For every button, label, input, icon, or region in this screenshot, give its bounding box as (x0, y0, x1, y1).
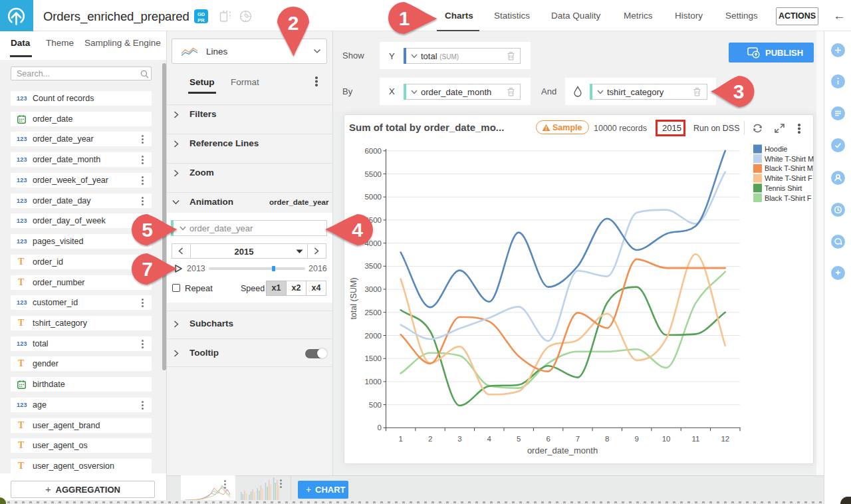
svg-text:Tennis Shirt: Tennis Shirt (765, 184, 802, 192)
svg-text:White T-Shirt M: White T-Shirt M (765, 155, 814, 163)
svg-text:2500: 2500 (364, 309, 382, 316)
svg-text:5: 5 (517, 435, 521, 443)
svg-text:White T-Shirt F: White T-Shirt F (765, 174, 812, 182)
svg-text:1000: 1000 (364, 378, 382, 386)
svg-text:Black T-Shirt F: Black T-Shirt F (765, 194, 812, 202)
svg-text:10: 10 (662, 435, 671, 443)
svg-text:order_date_month: order_date_month (527, 445, 598, 455)
svg-text:6: 6 (546, 435, 550, 443)
svg-text:7: 7 (576, 435, 580, 443)
svg-text:1: 1 (398, 435, 402, 443)
svg-text:0: 0 (378, 424, 382, 432)
svg-text:1: 1 (398, 7, 410, 29)
svg-text:4: 4 (487, 435, 492, 443)
svg-text:5000: 5000 (364, 193, 382, 201)
svg-text:6000: 6000 (364, 147, 382, 155)
svg-text:3000: 3000 (364, 285, 382, 293)
svg-text:2000: 2000 (364, 332, 382, 340)
svg-text:2: 2 (288, 11, 299, 33)
svg-text:11: 11 (691, 435, 699, 443)
svg-text:5500: 5500 (364, 170, 382, 178)
svg-text:9: 9 (634, 435, 638, 443)
svg-text:2: 2 (428, 435, 432, 443)
svg-text:3: 3 (733, 80, 745, 102)
svg-text:7: 7 (142, 258, 153, 280)
svg-text:total (SUM): total (SUM) (349, 277, 358, 319)
svg-text:12: 12 (721, 435, 729, 443)
svg-text:Hoodie: Hoodie (765, 145, 787, 153)
svg-text:500: 500 (369, 401, 382, 409)
svg-text:3: 3 (457, 435, 461, 443)
svg-text:5: 5 (142, 219, 153, 241)
svg-text:3500: 3500 (364, 262, 382, 270)
svg-text:Black T-Shirt M: Black T-Shirt M (765, 164, 813, 172)
svg-text:1500: 1500 (364, 354, 382, 362)
svg-text:4: 4 (352, 219, 363, 241)
svg-text:8: 8 (605, 435, 609, 443)
